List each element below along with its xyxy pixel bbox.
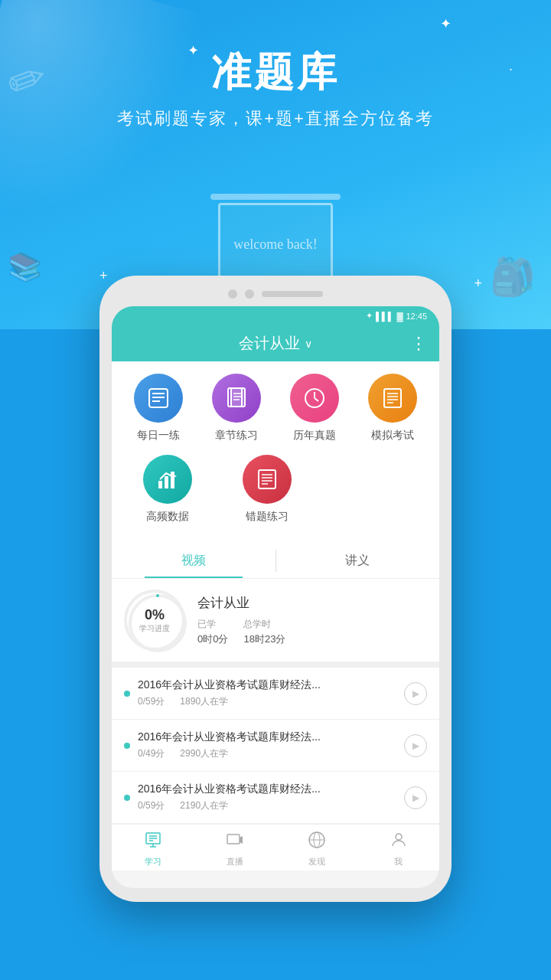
bottom-nav-study[interactable]: 学习 [112,831,194,867]
menu-grid: 每日一练 章节练习 [112,361,439,544]
course-item-title-1: 2016年会计从业资格考试题库财经法... [138,678,352,692]
course-item-info-2: 2016年会计从业资格考试题库财经法... 0/49分 2990人在学 [138,730,396,760]
daily-practice-label: 每日一练 [137,429,180,443]
speaker-bar [262,291,323,297]
menu-item-daily-practice[interactable]: 每日一练 [124,374,193,443]
duration-3: 0/59分 [138,799,165,812]
svg-line-11 [315,398,318,401]
course-details: 会计从业 已学 0时0分 总学时 18时23分 [197,594,427,646]
me-nav-label: 我 [394,856,403,867]
course-item-meta-2: 0/49分 2990人在学 [138,747,396,760]
studied-value: 0时0分 [197,632,228,646]
signal-icon: ▌▌▌ [376,312,393,321]
menu-item-past-exams[interactable]: 历年真题 [280,374,349,443]
bottom-navigation: 学习 直播 [112,824,439,871]
svg-point-26 [130,596,185,651]
course-stats: 已学 0时0分 总学时 18时23分 [197,618,427,646]
total-value: 18时23分 [243,632,285,646]
svg-rect-18 [165,476,168,488]
course-list: 2016年会计从业资格考试题库财经法... 0/59分 1890人在学 ▶ 20… [112,668,439,824]
phone-frame-wrapper: ✦ ▌▌▌ ▓ 12:45 会计从业 ∨ ⋮ [99,276,452,902]
tab-handout-label: 讲义 [345,554,370,567]
status-icons: ✦ ▌▌▌ ▓ 12:45 [366,311,427,321]
app-title: 准题库 [211,46,340,100]
course-list-item-3[interactable]: 2016年会计从业资格考试题库财经法... 0/59分 2190人在学 ▶ [112,772,439,824]
svg-rect-5 [231,388,245,407]
bottom-nav-discover[interactable]: 发现 [276,831,357,867]
play-button-1[interactable]: ▶ [404,682,427,705]
chapter-practice-label: 章节练习 [215,429,258,443]
play-button-3[interactable]: ▶ [404,786,427,809]
pencil-decoration: ✏ [0,49,54,113]
sparkle-2: ✦ [440,15,452,32]
studied-label: 已学 [197,618,228,631]
tab-handout[interactable]: 讲义 [276,544,440,578]
menu-item-mock-exam[interactable]: 模拟考试 [358,374,427,443]
wrong-practice-icon [243,455,292,504]
menu-item-chapter-practice[interactable]: 章节练习 [202,374,271,443]
phone-screen: ✦ ▌▌▌ ▓ 12:45 会计从业 ∨ ⋮ [112,306,439,888]
study-nav-label: 学习 [145,856,161,867]
daily-practice-icon [134,374,183,423]
nav-title-text: 会计从业 [239,333,300,354]
studied-stat: 已学 0时0分 [197,618,228,646]
course-name: 会计从业 [197,594,427,612]
mock-exam-icon [368,374,417,423]
list-bullet-1 [124,691,130,697]
duration-2: 0/49分 [138,747,165,760]
bottom-nav-live[interactable]: 直播 [194,831,276,867]
menu-item-wrong-practice[interactable]: 错题练习 [233,455,302,524]
students-2: 2990人在学 [180,747,228,760]
course-item-info-1: 2016年会计从业资格考试题库财经法... 0/59分 1890人在学 [138,678,396,708]
live-nav-label: 直播 [227,856,243,867]
nav-title: 会计从业 ∨ [239,333,312,354]
wifi-icon: ✦ [366,311,373,321]
discover-icon [308,831,326,854]
course-item-info-3: 2016年会计从业资格考试题库财经法... 0/59分 2190人在学 [138,782,396,812]
high-freq-icon [143,455,192,504]
tab-video[interactable]: 视频 [112,544,276,578]
total-label: 总学时 [243,618,285,631]
duration-1: 0/59分 [138,695,165,708]
students-1: 1890人在学 [180,695,228,708]
study-icon [144,831,162,854]
course-item-title-2: 2016年会计从业资格考试题库财经法... [138,730,352,744]
status-bar: ✦ ▌▌▌ ▓ 12:45 [112,306,439,325]
course-list-item[interactable]: 2016年会计从业资格考试题库财经法... 0/59分 1890人在学 ▶ [112,668,439,720]
course-info-section: 0% 学习进度 会计从业 已学 0时0分 总学时 18时23分 [112,579,439,668]
menu-row-1: 每日一练 章节练习 [119,374,432,443]
past-exams-icon [290,374,339,423]
chalkboard-text: welcome back! [233,235,317,254]
svg-point-39 [396,834,402,840]
phone-top-bar [112,289,439,299]
total-stat: 总学时 18时23分 [243,618,285,646]
deco-books-left: 📚 [8,251,42,283]
list-bullet-2 [124,743,130,749]
sparkle-1: ✦ [187,42,199,59]
svg-rect-17 [158,481,162,488]
course-item-meta-1: 0/59分 1890人在学 [138,695,396,708]
course-list-item-2[interactable]: 2016年会计从业资格考试题库财经法... 0/49分 2990人在学 ▶ [112,720,439,772]
discover-nav-label: 发现 [308,856,325,867]
high-freq-label: 高频数据 [146,510,189,524]
tab-video-label: 视频 [181,554,206,567]
play-button-2[interactable]: ▶ [404,734,427,757]
phone-frame: ✦ ▌▌▌ ▓ 12:45 会计从业 ∨ ⋮ [99,276,452,902]
svg-rect-19 [171,472,174,488]
app-subtitle: 考试刷题专家，课+题+直播全方位备考 [117,107,434,130]
more-options-button[interactable]: ⋮ [410,334,427,354]
course-item-meta-3: 0/59分 2190人在学 [138,799,396,812]
chapter-practice-icon [212,374,261,423]
students-3: 2190人在学 [180,799,228,812]
menu-item-high-freq[interactable]: 高频数据 [133,455,202,524]
sparkle-3: · [509,61,513,77]
bottom-nav-me[interactable]: 我 [357,831,439,867]
svg-rect-34 [227,835,240,844]
svg-rect-12 [384,389,401,407]
camera-dot-2 [245,289,254,299]
progress-circle: 0% 学习进度 [124,590,185,651]
course-item-title-3: 2016年会计从业资格考试题库财经法... [138,782,352,796]
top-navigation: 会计从业 ∨ ⋮ [112,325,439,361]
past-exams-label: 历年真题 [293,429,336,443]
dropdown-chevron-icon[interactable]: ∨ [305,338,312,350]
